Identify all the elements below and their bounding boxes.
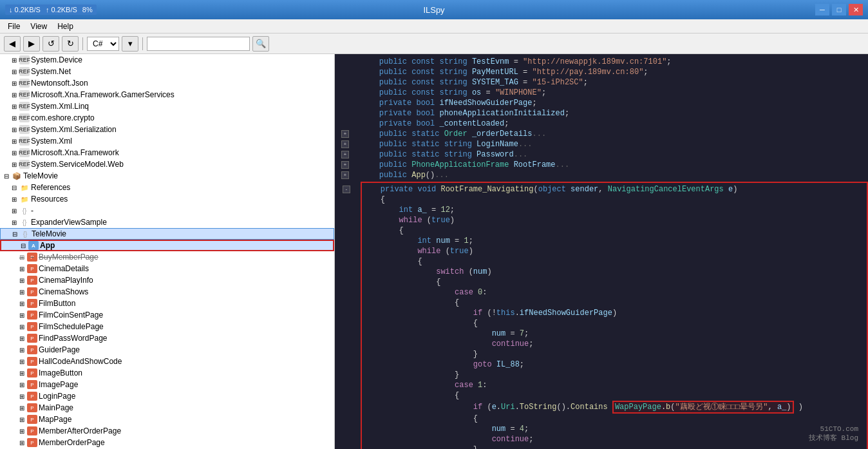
tree-toggle[interactable]: ⊟ [11, 230, 19, 238]
expand-button[interactable]: + [341, 151, 349, 158]
tree-item-com-eshore[interactable]: ⊞ REF com.eshore.crypto [0, 112, 334, 124]
tree-item-system-servicemodel[interactable]: ⊞ REF System.ServiceModel.Web [0, 158, 334, 170]
tree-toggle[interactable]: ⊟ [19, 242, 27, 249]
tree-item-braces-minus[interactable]: ⊞ {} - [0, 205, 334, 216]
tree-item-loginpage[interactable]: ⊞ P LoginPage [0, 390, 334, 402]
search-input[interactable] [147, 37, 250, 51]
back-button[interactable]: ◀ [4, 36, 21, 52]
tree-label: Microsoft.Xna.Framework [31, 148, 119, 157]
tree-item-system-xml[interactable]: ⊞ REF System.Xml [0, 135, 334, 147]
tree-item-microsoft-xna-gamer[interactable]: ⊞ REF Microsoft.Xna.Framework.GamerServi… [0, 89, 334, 100]
tree-toggle[interactable]: ⊞ [18, 427, 26, 435]
tree-toggle[interactable]: ⊞ [10, 79, 18, 87]
tree-toggle[interactable]: ⊞ [18, 334, 26, 342]
tree-item-buymemberpage[interactable]: ⊞ P BuyMemberPage [0, 251, 334, 263]
tree-toggle[interactable]: ⊞ [18, 369, 26, 377]
tree-toggle[interactable]: ⊞ [10, 149, 18, 157]
tree-toggle[interactable]: ⊞ [10, 114, 18, 122]
tree-label: LoginPage [39, 392, 75, 401]
tree-toggle[interactable]: ⊞ [18, 265, 26, 272]
search-button[interactable]: 🔍 [252, 36, 269, 52]
tree-item-system-net[interactable]: ⊞ REF System.Net [0, 66, 334, 77]
expand-button[interactable]: + [341, 161, 349, 169]
lang-dropdown-button[interactable]: ▾ [122, 36, 138, 52]
tree-item-guiderpage[interactable]: ⊞ P GuiderPage [0, 344, 334, 356]
tree-item-resources[interactable]: ⊞ 📁 Resources [0, 193, 334, 205]
tree-toggle[interactable]: ⊞ [10, 91, 18, 99]
language-select[interactable]: C# VB IL [87, 37, 119, 51]
tree-item-cinemashows[interactable]: ⊞ P CinemaShows [0, 286, 334, 298]
tree-toggle[interactable]: ⊞ [18, 311, 26, 319]
tree-item-telemovie-root[interactable]: ⊟ 📦 TeleMovie [0, 170, 334, 182]
code-line: { [362, 225, 867, 236]
tree-item-mainpage[interactable]: ⊞ P MainPage [0, 402, 334, 414]
expand-button[interactable]: + [341, 171, 349, 179]
tree-toggle[interactable]: ⊞ [10, 126, 18, 133]
tree-toggle[interactable]: ⊞ [10, 160, 18, 168]
tree-toggle[interactable]: ⊟ [10, 184, 18, 191]
tree-toggle[interactable]: ⊞ [18, 346, 26, 354]
minimize-button[interactable]: ─ [815, 4, 829, 15]
tree-toggle[interactable]: ⊞ [18, 288, 26, 296]
forward-button[interactable]: ▶ [23, 36, 40, 52]
tree-toggle[interactable]: ⊟ [3, 172, 10, 180]
tree-item-system-device[interactable]: ⊞ REF System.Device [0, 54, 334, 66]
tree-item-filmcoinsentpage[interactable]: ⊞ P FilmCoinSentPage [0, 309, 334, 321]
close-button[interactable]: ✕ [849, 4, 863, 15]
tree-toggle[interactable]: ⊞ [10, 56, 18, 64]
tree-item-memberafterorderpage[interactable]: ⊞ P MemberAfterOrderPage [0, 425, 334, 437]
tree-toggle[interactable]: ⊞ [10, 195, 18, 203]
page-icon: P [27, 368, 37, 377]
tree-toggle[interactable]: ⊞ [18, 276, 26, 284]
tree-item-newtonsoft[interactable]: ⊞ REF Newtonsoft.Json [0, 77, 334, 89]
tree-toggle[interactable]: ⊞ [10, 137, 18, 145]
tree-item-imagebutton[interactable]: ⊞ P ImageButton [0, 367, 334, 379]
maximize-button[interactable]: □ [832, 4, 846, 15]
tree-toggle[interactable]: ⊞ [18, 323, 26, 330]
tree-item-filmbutton[interactable]: ⊞ P FilmButton [0, 298, 334, 309]
tree-item-cinemadetails[interactable]: ⊞ P CinemaDetails [0, 263, 334, 274]
tree-toggle[interactable]: ⊞ [10, 218, 18, 226]
tree-toggle[interactable]: ⊞ [18, 253, 26, 261]
tree-toggle[interactable]: ⊞ [10, 68, 18, 75]
tree-item-telemovie-ns[interactable]: ⊟ {} TeleMovie [0, 228, 334, 240]
tree-item-findpasswordpage[interactable]: ⊞ P FindPassWordPage [0, 332, 334, 344]
menu-view[interactable]: View [25, 21, 52, 32]
tree-item-expanderviewsample[interactable]: ⊞ {} ExpanderViewSample [0, 216, 334, 228]
expand-button[interactable]: - [343, 186, 350, 193]
tree-item-imagepage[interactable]: ⊞ P ImagePage [0, 379, 334, 390]
tree-item-system-xml-serial[interactable]: ⊞ REF System.Xml.Serialization [0, 124, 334, 135]
tree-item-mappage[interactable]: ⊞ P MapPage [0, 414, 334, 425]
tree-item-app[interactable]: ⊟ A App [0, 240, 334, 251]
tree-item-references[interactable]: ⊟ 📁 References [0, 182, 334, 193]
code-content: { [362, 225, 404, 236]
tree-label: MapPage [39, 415, 71, 424]
tree-item-cinemaplayinfo[interactable]: ⊞ P CinemaPlayInfo [0, 274, 334, 286]
tree-item-system-xml-linq[interactable]: ⊞ REF System.Xml.Linq [0, 100, 334, 112]
tree-item-hallcode[interactable]: ⊞ P HallCodeAndShowCode [0, 356, 334, 367]
expand-button[interactable]: + [341, 140, 349, 148]
stop-button[interactable]: ↻ [62, 36, 79, 52]
tree-toggle[interactable]: ⊞ [18, 416, 26, 423]
tree-toggle[interactable]: ⊞ [18, 439, 26, 446]
tree-toggle[interactable]: ⊞ [18, 404, 26, 412]
code-content: case 0: [362, 287, 487, 298]
tree-item-filmschedulepage[interactable]: ⊞ P FilmSchedulePage [0, 321, 334, 332]
watermark-line2: 技术博客 Blog [809, 433, 858, 443]
tree-toggle[interactable]: ⊞ [18, 392, 26, 400]
menu-help[interactable]: Help [52, 21, 79, 32]
tree-toggle[interactable]: ⊞ [18, 300, 26, 307]
page-icon: P [27, 276, 37, 285]
expand-button[interactable]: + [341, 130, 349, 138]
tree-toggle[interactable]: ⊞ [10, 207, 18, 215]
tree-item-memberorderpage[interactable]: ⊞ P MemberOrderPage [0, 437, 334, 448]
page-icon: P [27, 438, 37, 447]
code-line: int num = 1; [362, 236, 867, 246]
tree-item-microsoft-xna[interactable]: ⊞ REF Microsoft.Xna.Framework [0, 147, 334, 158]
tree-toggle[interactable]: ⊞ [10, 102, 18, 110]
tree-toggle[interactable]: ⊞ [18, 381, 26, 388]
refresh-button[interactable]: ↺ [42, 36, 59, 52]
code-line: public const string os = "WINPHONE"; [361, 88, 868, 98]
menu-file[interactable]: File [3, 21, 25, 32]
tree-toggle[interactable]: ⊞ [18, 358, 26, 365]
